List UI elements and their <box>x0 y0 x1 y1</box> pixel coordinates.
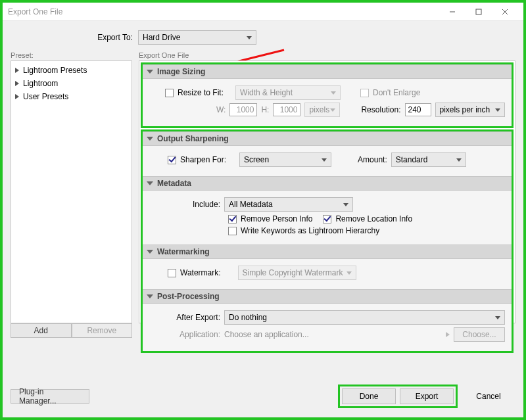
preset-item-label: User Presets <box>23 92 68 101</box>
add-label: Add <box>34 326 48 335</box>
export-to-select[interactable]: Hard Drive <box>138 30 256 45</box>
watermarking-title: Watermarking <box>157 247 210 256</box>
maximize-button[interactable] <box>466 3 492 20</box>
triangle-right-icon <box>446 332 450 337</box>
w-value: 1000 <box>237 105 254 114</box>
watermark-value: Simple Copyright Watermark <box>243 268 343 277</box>
svg-rect-0 <box>476 9 481 14</box>
remove-label: Remove <box>87 326 116 335</box>
preset-item[interactable]: Lightroom Presets <box>12 64 130 77</box>
resolution-unit-select[interactable]: pixels per inch <box>435 103 505 117</box>
dont-enlarge-label: Don't Enlarge <box>373 88 420 97</box>
after-export-label: After Export: <box>149 313 220 322</box>
resize-to-fit-checkbox[interactable] <box>165 89 174 97</box>
resize-mode-select[interactable]: Width & Height <box>235 85 341 100</box>
remove-location-checkbox[interactable] <box>323 215 331 223</box>
output-sharpening-title: Output Sharpening <box>157 134 229 143</box>
chevron-down-icon <box>495 108 500 112</box>
triangle-down-icon <box>147 70 153 74</box>
amount-label: Amount: <box>358 155 387 164</box>
preset-item-label: Lightroom <box>23 79 58 88</box>
width-input[interactable]: 1000 <box>229 103 257 116</box>
h-label: H: <box>261 105 269 114</box>
export-button[interactable]: Export <box>400 388 454 404</box>
write-keywords-checkbox[interactable] <box>228 227 237 235</box>
image-sizing-header[interactable]: Image Sizing <box>143 64 512 79</box>
write-keywords-label: Write Keywords as Lightroom Hierarchy <box>241 226 379 235</box>
resolution-value: 240 <box>408 105 421 114</box>
chevron-down-icon <box>247 36 252 39</box>
resolution-label: Resolution: <box>361 105 400 114</box>
export-dialog: Export One File Export To: Hard Drive Pr… <box>0 0 526 420</box>
chevron-down-icon <box>330 108 335 112</box>
chevron-down-icon <box>456 158 462 162</box>
triangle-down-icon <box>147 181 153 185</box>
close-button[interactable] <box>492 3 518 20</box>
preset-item-label: Lightroom Presets <box>23 66 87 75</box>
watermarking-header[interactable]: Watermarking <box>143 245 512 259</box>
right-header: Export One File <box>139 51 515 59</box>
resolution-input[interactable]: 240 <box>405 103 431 116</box>
export-to-label: Export To: <box>11 33 138 42</box>
triangle-down-icon <box>147 250 153 254</box>
watermark-label: Watermark: <box>180 268 221 277</box>
export-to-value: Hard Drive <box>143 33 180 42</box>
primary-buttons-highlight: Done Export <box>338 385 458 408</box>
done-label: Done <box>360 392 379 401</box>
metadata-title: Metadata <box>157 179 191 188</box>
plugin-manager-button[interactable]: Plug-in Manager... <box>11 389 89 404</box>
triangle-down-icon <box>147 294 153 298</box>
remove-person-checkbox[interactable] <box>228 215 237 223</box>
include-value: All Metadata <box>229 200 273 209</box>
dialog-footer: Plug-in Manager... Done Export Cancel <box>11 385 515 408</box>
metadata-header[interactable]: Metadata <box>143 176 512 191</box>
chevron-down-icon <box>331 91 336 95</box>
include-label: Include: <box>149 200 220 209</box>
watermark-select[interactable]: Simple Copyright Watermark <box>238 266 356 280</box>
unit-select[interactable]: pixels <box>304 103 340 117</box>
after-export-value: Do nothing <box>229 313 267 322</box>
cancel-button[interactable]: Cancel <box>462 388 515 404</box>
preset-item[interactable]: Lightroom <box>12 77 130 90</box>
include-select[interactable]: All Metadata <box>224 197 353 212</box>
dont-enlarge-checkbox[interactable] <box>360 89 369 97</box>
cancel-label: Cancel <box>476 392 500 401</box>
triangle-down-icon <box>147 137 153 141</box>
minimize-button[interactable] <box>439 3 466 20</box>
w-label: W: <box>216 105 226 114</box>
preset-list: Lightroom Presets Lightroom User Presets <box>11 60 132 323</box>
output-sharpening-header[interactable]: Output Sharpening <box>143 131 512 146</box>
title-bar: Export One File <box>3 3 523 21</box>
chevron-down-icon <box>343 203 348 206</box>
chevron-down-icon <box>347 271 352 275</box>
watermark-checkbox[interactable] <box>168 269 176 277</box>
preset-item[interactable]: User Presets <box>12 90 130 103</box>
add-preset-button[interactable]: Add <box>11 323 72 338</box>
post-processing-header[interactable]: Post-Processing <box>143 289 512 304</box>
remove-preset-button[interactable]: Remove <box>72 323 133 338</box>
sharpen-for-select[interactable]: Screen <box>239 152 331 167</box>
application-label: Application: <box>149 330 220 339</box>
sharpen-for-value: Screen <box>244 155 269 164</box>
height-input[interactable]: 1000 <box>273 103 300 116</box>
after-export-select[interactable]: Do nothing <box>224 310 505 325</box>
resize-to-fit-label: Resize to Fit: <box>178 88 224 97</box>
h-value: 1000 <box>280 105 298 114</box>
amount-value: Standard <box>396 155 428 164</box>
triangle-right-icon <box>15 68 19 73</box>
export-label: Export <box>416 392 439 401</box>
plugin-manager-label: Plug-in Manager... <box>19 387 81 406</box>
chevron-down-icon <box>322 158 327 162</box>
amount-select[interactable]: Standard <box>391 152 466 167</box>
chevron-down-icon <box>495 316 500 319</box>
unit-value: pixels <box>309 105 329 114</box>
image-sizing-body: Resize to Fit: Width & Height Don't Enla… <box>143 79 512 126</box>
sharpen-for-label: Sharpen For: <box>180 155 226 164</box>
window-title: Export One File <box>8 7 439 16</box>
preset-header: Preset: <box>11 51 132 59</box>
lower-panels-highlight: Output Sharpening Sharpen For: Screen Am… <box>141 129 514 353</box>
post-processing-title: Post-Processing <box>157 292 220 301</box>
done-button[interactable]: Done <box>342 388 396 404</box>
choose-app-button[interactable]: Choose... <box>454 327 505 342</box>
sharpen-for-checkbox[interactable] <box>168 156 176 164</box>
